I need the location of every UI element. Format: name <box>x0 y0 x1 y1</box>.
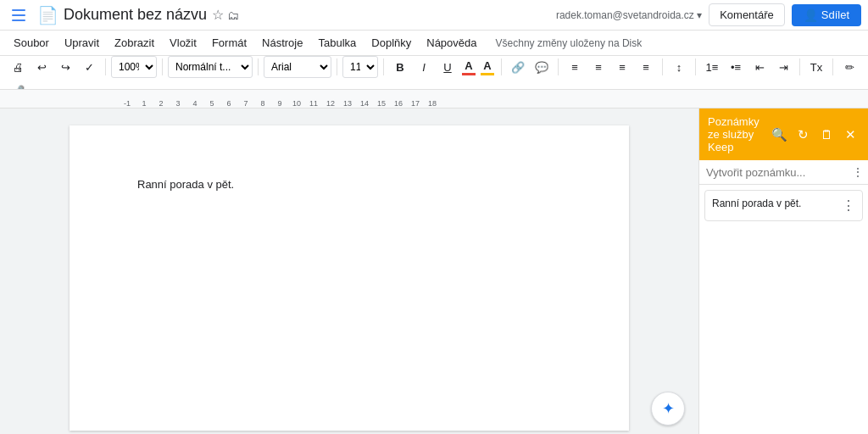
text-color-button[interactable]: A <box>460 58 477 75</box>
star-icon[interactable]: ☆ <box>212 7 224 23</box>
ruler: -1 1 2 3 4 5 6 7 8 9 10 11 12 13 14 15 1… <box>0 90 868 108</box>
keep-note-menu-icon[interactable]: ⋮ <box>842 198 855 214</box>
keep-refresh-icon[interactable]: ↻ <box>793 125 812 144</box>
highlight-button[interactable]: A <box>479 58 496 75</box>
clear-format-button[interactable]: Tx <box>805 56 827 78</box>
menu-doplnky[interactable]: Doplňky <box>364 34 418 52</box>
align-left-button[interactable]: ≡ <box>564 56 586 78</box>
sep9 <box>695 58 696 75</box>
sep3 <box>258 58 259 75</box>
app-menu-icon[interactable] <box>7 3 31 27</box>
svg-rect-2 <box>12 19 25 21</box>
ordered-list-button[interactable]: 1≡ <box>701 56 723 78</box>
increase-indent-button[interactable]: ⇥ <box>772 56 794 78</box>
keep-panel: Poznámky ze služby Keep 🔍 ↻ 🗒 ✕ ⋮ Ranní … <box>698 108 868 434</box>
menu-nastroje[interactable]: Nástroje <box>255 34 309 52</box>
unordered-list-button[interactable]: •≡ <box>725 56 747 78</box>
doc-title[interactable]: Dokument bez názvu <box>64 6 207 24</box>
user-email[interactable]: radek.toman@svetandroida.cz ▾ <box>556 9 702 21</box>
keep-header: Poznámky ze služby Keep 🔍 ↻ 🗒 ✕ <box>699 108 868 160</box>
font-select[interactable]: Arial <box>264 56 331 78</box>
menu-bar: Soubor Upravit Zobrazit Vložit Formát Ná… <box>0 31 868 56</box>
main-area: Ranní porada v pět. ✦ Poznámky ze služby… <box>0 108 868 434</box>
svg-rect-1 <box>12 14 25 16</box>
menu-soubor[interactable]: Soubor <box>7 34 56 52</box>
sep4 <box>337 58 337 75</box>
keep-note-item[interactable]: Ranní porada v pět. ⋮ <box>704 190 863 221</box>
person-icon: 👤 <box>804 8 818 22</box>
draw-button[interactable]: ✏ <box>838 56 860 78</box>
komentare-button[interactable]: Komentáře <box>709 3 785 26</box>
sep1 <box>105 58 106 75</box>
align-center-button[interactable]: ≡ <box>587 56 609 78</box>
doc-content[interactable]: Ranní porada v pět. <box>137 176 561 193</box>
line-spacing-button[interactable]: ↕ <box>668 56 690 78</box>
doc-page: Ranní porada v pět. <box>70 125 629 431</box>
keep-search-more-icon[interactable]: ⋮ <box>852 165 864 179</box>
keep-header-icons: 🔍 ↻ 🗒 ✕ <box>770 125 860 144</box>
keep-search-bar: ⋮ <box>699 160 868 185</box>
svg-rect-0 <box>12 9 25 11</box>
sep8 <box>662 58 663 75</box>
menu-zobrazit[interactable]: Zobrazit <box>108 34 161 52</box>
explore-button[interactable]: ✦ <box>651 392 685 426</box>
italic-button[interactable]: I <box>413 56 435 78</box>
print-button[interactable]: 🖨 <box>7 56 29 78</box>
menu-napoveda[interactable]: Nápověda <box>420 34 483 52</box>
zoom-select[interactable]: 100% <box>111 56 157 78</box>
sep6 <box>501 58 502 75</box>
save-status: Všechny změny uloženy na Disk <box>496 37 643 49</box>
top-bar: 📄 Dokument bez názvu ☆ 🗂 radek.toman@sve… <box>0 0 868 31</box>
undo-button[interactable]: ↩ <box>31 56 53 78</box>
toolbar: 🖨 ↩ ↪ ✓ 100% Normální t... Arial 11 B I … <box>0 56 868 90</box>
sep7 <box>558 58 559 75</box>
redo-button[interactable]: ↪ <box>54 56 76 78</box>
keep-close-icon[interactable]: ✕ <box>841 125 860 144</box>
spellcheck-button[interactable]: ✓ <box>78 56 100 78</box>
bold-button[interactable]: B <box>389 56 411 78</box>
ruler-content: -1 1 2 3 4 5 6 7 8 9 10 11 12 13 14 15 1… <box>0 90 868 108</box>
menu-format[interactable]: Formát <box>205 34 253 52</box>
menu-upravit[interactable]: Upravit <box>58 34 106 52</box>
doc-area[interactable]: Ranní porada v pět. ✦ <box>0 108 698 434</box>
keep-title: Poznámky ze služby Keep <box>708 115 770 153</box>
explore-icon: ✦ <box>662 399 675 418</box>
doc-app-icon: 📄 <box>37 5 58 25</box>
voice-input-button[interactable]: 🎤 <box>7 80 29 90</box>
keep-search-input[interactable] <box>706 166 849 179</box>
underline-button[interactable]: U <box>437 56 459 78</box>
link-button[interactable]: 🔗 <box>507 56 529 78</box>
size-select[interactable]: 11 <box>342 56 378 78</box>
sdilet-button[interactable]: 👤 Sdílet <box>792 4 861 26</box>
keep-notes-list: Ranní porada v pět. ⋮ <box>699 185 868 434</box>
sep10 <box>799 58 800 75</box>
sep5 <box>383 58 384 75</box>
align-right-button[interactable]: ≡ <box>611 56 633 78</box>
keep-new-note-icon[interactable]: 🗒 <box>817 125 836 144</box>
menu-vlozit[interactable]: Vložit <box>163 34 203 52</box>
sep2 <box>162 58 163 75</box>
keep-search-icon[interactable]: 🔍 <box>770 125 788 144</box>
keep-note-text: Ranní porada v pět. <box>712 198 801 209</box>
menu-tabulka[interactable]: Tabulka <box>311 34 363 52</box>
folder-icon[interactable]: 🗂 <box>227 8 239 22</box>
decrease-indent-button[interactable]: ⇤ <box>748 56 771 78</box>
top-bar-right: radek.toman@svetandroida.cz ▾ Komentáře … <box>556 3 861 26</box>
align-justify-button[interactable]: ≡ <box>635 56 657 78</box>
sep11 <box>832 58 833 75</box>
style-select[interactable]: Normální t... <box>168 56 253 78</box>
comment-button[interactable]: 💬 <box>531 56 553 78</box>
